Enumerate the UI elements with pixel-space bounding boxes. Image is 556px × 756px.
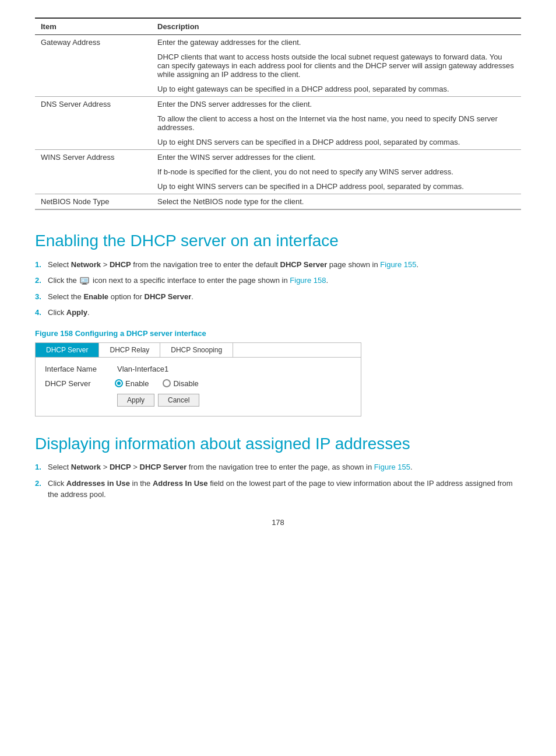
table-header-item: Item bbox=[35, 18, 152, 35]
link-figure155-s2[interactable]: Figure 155 bbox=[374, 463, 410, 471]
svg-rect-4 bbox=[83, 279, 85, 281]
desc-wins-2: If b-node is specified for the client, y… bbox=[152, 164, 521, 179]
link-figure158-step2[interactable]: Figure 158 bbox=[290, 276, 326, 285]
page-number: 178 bbox=[35, 518, 521, 527]
step-text-2: Click the icon next to a specific interf… bbox=[48, 275, 521, 286]
step2-2: 2. Click Addresses in Use in the Address… bbox=[35, 478, 521, 501]
item-dns: DNS Server Address bbox=[35, 97, 152, 150]
step-3: 3. Select the Enable option for DHCP Ser… bbox=[35, 291, 521, 303]
radio-disable-label: Disable bbox=[173, 379, 198, 388]
interface-name-row: Interface Name Vlan-Interface1 bbox=[45, 365, 351, 373]
desc-dns-2: To allow the client to access a host on … bbox=[152, 111, 521, 135]
step-num-2: 2. bbox=[35, 275, 48, 286]
button-row: Apply Cancel bbox=[117, 394, 351, 407]
radio-disable[interactable]: Disable bbox=[163, 379, 198, 388]
step-num-4: 4. bbox=[35, 307, 48, 318]
section1-title: Enabling the DHCP server on an interface bbox=[35, 231, 521, 251]
step-text-4: Click Apply. bbox=[48, 307, 521, 318]
item-netbios: NetBIOS Node Type bbox=[35, 194, 152, 210]
figure158-box: DHCP Server DHCP Relay DHCP Snooping Int… bbox=[35, 342, 361, 416]
radio-enable-circle bbox=[115, 379, 123, 387]
step2-text-2: Click Addresses in Use in the Address In… bbox=[48, 478, 521, 501]
table-row: WINS Server Address Enter the WINS serve… bbox=[35, 150, 521, 165]
description-table: Item Description Gateway Address Enter t… bbox=[35, 18, 521, 210]
item-gateway: Gateway Address bbox=[35, 35, 152, 97]
link-figure155[interactable]: Figure 155 bbox=[380, 260, 416, 269]
desc-netbios-1: Select the NetBIOS node type for the cli… bbox=[152, 194, 521, 210]
interface-content: Interface Name Vlan-Interface1 DHCP Serv… bbox=[36, 358, 361, 416]
tab-dhcp-relay[interactable]: DHCP Relay bbox=[99, 343, 160, 357]
step-1: 1. Select Network > DHCP from the naviga… bbox=[35, 259, 521, 271]
radio-enable-dot bbox=[117, 382, 121, 385]
desc-wins-1: Enter the WINS server addresses for the … bbox=[152, 150, 521, 165]
step-num-3: 3. bbox=[35, 291, 48, 303]
step-text-3: Select the Enable option for DHCP Server… bbox=[48, 291, 521, 303]
interface-name-label: Interface Name bbox=[45, 365, 115, 373]
desc-gateway-3: Up to eight gateways can be specified in… bbox=[152, 82, 521, 97]
step2-text-1: Select Network > DHCP > DHCP Server from… bbox=[48, 461, 521, 473]
step-2: 2. Click the icon next to a specific int… bbox=[35, 275, 521, 286]
step-num-1: 1. bbox=[35, 259, 48, 271]
tab-bar: DHCP Server DHCP Relay DHCP Snooping bbox=[36, 343, 361, 358]
step-text-1: Select Network > DHCP from the navigatio… bbox=[48, 259, 521, 271]
step2-num-2: 2. bbox=[35, 478, 48, 489]
section2-title: Displaying information about assigned IP… bbox=[35, 434, 521, 454]
step2-1: 1. Select Network > DHCP > DHCP Server f… bbox=[35, 461, 521, 473]
dhcp-server-row: DHCP Server Enable Disable bbox=[45, 379, 351, 388]
cancel-button[interactable]: Cancel bbox=[158, 394, 199, 407]
desc-gateway-1: Enter the gateway addresses for the clie… bbox=[152, 35, 521, 50]
desc-gateway-2: DHCP clients that want to access hosts o… bbox=[152, 50, 521, 82]
svg-rect-1 bbox=[83, 283, 86, 284]
section2-steps: 1. Select Network > DHCP > DHCP Server f… bbox=[35, 461, 521, 501]
step2-num-1: 1. bbox=[35, 461, 48, 473]
table-row: NetBIOS Node Type Select the NetBIOS nod… bbox=[35, 194, 521, 210]
radio-enable-label: Enable bbox=[125, 379, 149, 388]
tab-dhcp-server[interactable]: DHCP Server bbox=[36, 343, 99, 357]
apply-button[interactable]: Apply bbox=[117, 394, 154, 407]
desc-wins-3: Up to eight WINS servers can be specifie… bbox=[152, 179, 521, 194]
figure158-caption: Figure 158 Configuring a DHCP server int… bbox=[35, 329, 521, 338]
interface-name-value: Vlan-Interface1 bbox=[117, 365, 168, 373]
tab-dhcp-snooping[interactable]: DHCP Snooping bbox=[160, 343, 233, 357]
table-header-description: Description bbox=[152, 18, 521, 35]
item-wins: WINS Server Address bbox=[35, 150, 152, 194]
section1-steps: 1. Select Network > DHCP from the naviga… bbox=[35, 259, 521, 318]
radio-disable-circle bbox=[163, 379, 171, 387]
table-row: Gateway Address Enter the gateway addres… bbox=[35, 35, 521, 50]
table-row: DNS Server Address Enter the DNS server … bbox=[35, 97, 521, 112]
dhcp-server-label: DHCP Server bbox=[45, 379, 115, 388]
desc-dns-1: Enter the DNS server addresses for the c… bbox=[152, 97, 521, 112]
step-4: 4. Click Apply. bbox=[35, 307, 521, 318]
desc-dns-3: Up to eight DNS servers can be specified… bbox=[152, 135, 521, 150]
radio-group: Enable Disable bbox=[115, 379, 199, 388]
computer-icon bbox=[80, 277, 89, 285]
radio-enable[interactable]: Enable bbox=[115, 379, 149, 388]
svg-rect-2 bbox=[82, 284, 87, 284]
